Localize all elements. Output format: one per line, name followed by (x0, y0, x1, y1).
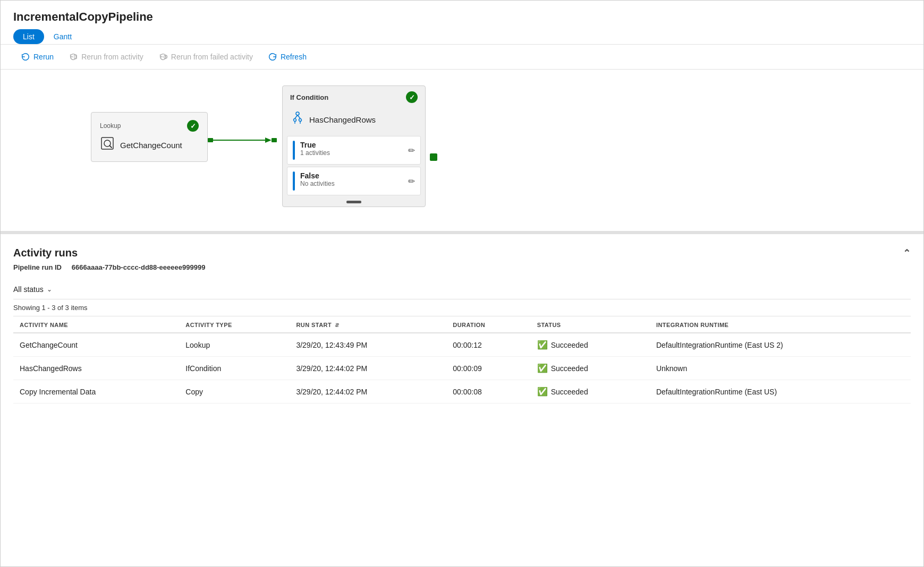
th-activity-name: ACTIVITY NAME (13, 316, 179, 333)
page-container: IncrementalCopyPipeline List Gantt Rerun… (0, 0, 924, 567)
activity-name-cell: Copy Incremental Data (13, 380, 179, 403)
status-filter-label: All status (13, 285, 44, 294)
run-start-cell: 3/29/20, 12:43:49 PM (290, 333, 446, 357)
lookup-node-name: GetChangeCount (120, 141, 182, 150)
items-count: Showing 1 - 3 of 3 items (13, 299, 911, 316)
status-filter[interactable]: All status ⌄ (13, 280, 911, 299)
activity-runs-title: Activity runs (13, 247, 78, 259)
lookup-status-icon: ✓ (187, 120, 199, 132)
ifcondition-icon (290, 110, 305, 128)
duration-cell: 00:00:08 (446, 380, 530, 403)
table-header-row: ACTIVITY NAME ACTIVITY TYPE RUN START ⇵ … (13, 316, 911, 333)
status-check-icon: ✅ (537, 386, 548, 397)
integration-runtime-cell: DefaultIntegrationRuntime (East US) (650, 380, 911, 403)
svg-rect-9 (272, 138, 277, 142)
activity-type-cell: Lookup (179, 333, 290, 357)
svg-point-14 (299, 119, 302, 122)
activity-type-cell: IfCondition (179, 357, 290, 380)
duration-cell: 00:00:12 (446, 333, 530, 357)
run-start-cell: 3/29/20, 12:44:02 PM (290, 380, 446, 403)
svg-line-5 (109, 145, 112, 148)
activity-name-cell: HasChangedRows (13, 357, 179, 380)
collapse-icon[interactable]: ⌃ (903, 247, 911, 259)
tab-gantt[interactable]: Gantt (44, 29, 81, 44)
ifcondition-type-label: If Condition (290, 93, 328, 101)
th-status: STATUS (531, 316, 650, 333)
rerun-from-failed-button[interactable]: Rerun from failed activity (151, 50, 260, 64)
ifcondition-name: HasChangedRows (309, 115, 376, 124)
pipeline-run-id-value: 6666aaaa-77bb-cccc-dd88-eeeeee999999 (72, 263, 206, 271)
lookup-icon (100, 136, 115, 154)
false-branch[interactable]: False No activities ✏ (287, 167, 421, 195)
th-integration-runtime: INTEGRATION RUNTIME (650, 316, 911, 333)
true-branch-sub: 1 activities (300, 149, 330, 157)
status-cell: ✅Succeeded (537, 386, 643, 397)
false-branch-bar (293, 171, 295, 191)
rerun-button[interactable]: Rerun (13, 50, 61, 64)
activity-runs-table: ACTIVITY NAME ACTIVITY TYPE RUN START ⇵ … (13, 316, 911, 403)
lookup-node-type: Lookup (100, 122, 121, 130)
refresh-icon (268, 52, 277, 62)
svg-marker-8 (265, 138, 272, 143)
duration-cell: 00:00:09 (446, 357, 530, 380)
page-title: IncrementalCopyPipeline (1, 1, 923, 29)
tab-list[interactable]: List (13, 29, 44, 44)
ifcondition-status-icon: ✓ (406, 91, 418, 103)
pipeline-arrow (208, 132, 282, 148)
status-value: Succeeded (551, 388, 588, 396)
status-cell: ✅Succeeded (537, 340, 643, 350)
sort-icon: ⇵ (335, 322, 339, 328)
pipeline-run-id-row: Pipeline run ID 6666aaaa-77bb-cccc-dd88-… (13, 263, 911, 271)
svg-line-11 (295, 115, 298, 118)
run-start-cell: 3/29/20, 12:44:02 PM (290, 357, 446, 380)
activity-type-cell: Copy (179, 380, 290, 403)
svg-point-13 (294, 119, 296, 122)
toolbar: Rerun Rerun from activity Rerun from fai… (1, 45, 923, 70)
false-branch-sub: No activities (300, 180, 335, 187)
svg-line-12 (298, 115, 300, 118)
pipeline-run-id-label: Pipeline run ID (13, 263, 62, 271)
th-run-start[interactable]: RUN START ⇵ (290, 316, 446, 333)
rerun-icon (21, 52, 30, 62)
true-branch-label: True (300, 141, 330, 149)
integration-runtime-cell: DefaultIntegrationRuntime (East US 2) (650, 333, 911, 357)
true-branch[interactable]: True 1 activities ✏ (287, 136, 421, 165)
status-check-icon: ✅ (537, 363, 548, 373)
table-row[interactable]: GetChangeCountLookup3/29/20, 12:43:49 PM… (13, 333, 911, 357)
rerun-from-activity-button[interactable]: Rerun from activity (61, 50, 151, 64)
false-branch-edit-icon[interactable]: ✏ (408, 176, 415, 186)
true-branch-edit-icon[interactable]: ✏ (408, 145, 415, 156)
status-cell: ✅Succeeded (537, 363, 643, 373)
ifcondition-node[interactable]: If Condition ✓ HasChangedRows (282, 85, 426, 207)
right-connector (430, 153, 437, 161)
th-duration: DURATION (446, 316, 530, 333)
status-value: Succeeded (551, 341, 588, 349)
true-branch-bar (293, 141, 295, 160)
integration-runtime-cell: Unknown (650, 357, 911, 380)
lookup-node[interactable]: Lookup ✓ GetChangeCount (91, 112, 208, 162)
rerun-from-activity-icon (69, 52, 78, 62)
svg-point-10 (296, 112, 299, 115)
table-row[interactable]: HasChangedRowsIfCondition3/29/20, 12:44:… (13, 357, 911, 380)
status-check-icon: ✅ (537, 340, 548, 350)
th-activity-type: ACTIVITY TYPE (179, 316, 290, 333)
rerun-from-failed-icon (158, 52, 168, 62)
activity-name-cell: GetChangeCount (13, 333, 179, 357)
pipeline-canvas: Lookup ✓ GetChangeCount (1, 70, 923, 234)
chevron-down-icon: ⌄ (47, 286, 52, 293)
status-value: Succeeded (551, 364, 588, 373)
tab-bar: List Gantt (1, 29, 923, 45)
activity-runs-section: Activity runs ⌃ Pipeline run ID 6666aaaa… (1, 234, 923, 403)
table-row[interactable]: Copy Incremental DataCopy3/29/20, 12:44:… (13, 380, 911, 403)
bottom-connector (346, 201, 361, 203)
svg-rect-6 (208, 138, 213, 142)
refresh-button[interactable]: Refresh (260, 50, 314, 64)
false-branch-label: False (300, 171, 335, 180)
